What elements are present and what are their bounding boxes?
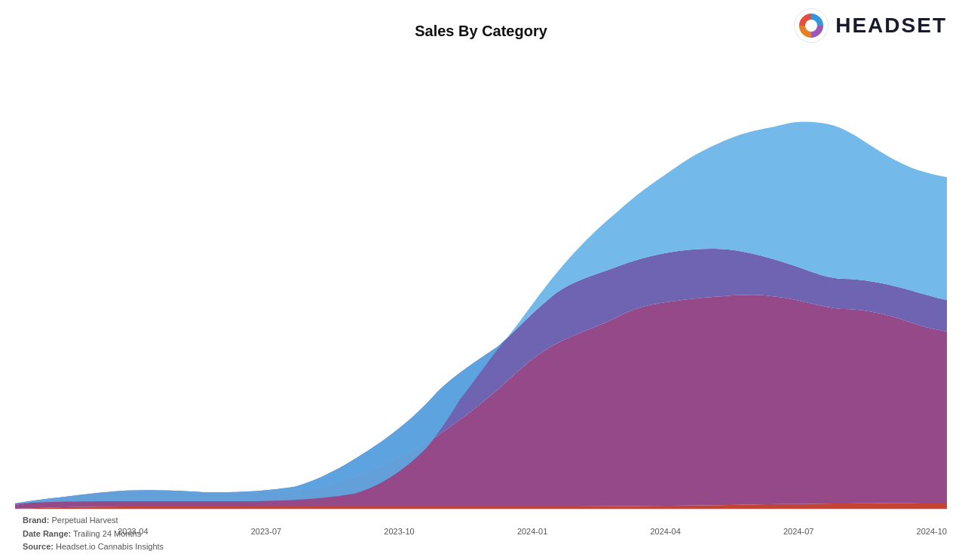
chart-svg bbox=[15, 49, 947, 515]
footer-source-value: Headset.io Cannabis Insights bbox=[56, 542, 164, 551]
footer-source-label: Source: bbox=[23, 542, 54, 551]
x-label-2: 2023-07 bbox=[251, 527, 281, 536]
logo-text: HEADSET bbox=[835, 14, 947, 38]
logo-area: HEADSET bbox=[793, 8, 947, 44]
footer-date-label: Date Range: bbox=[23, 529, 71, 538]
footer-date-value: Trailing 24 Months bbox=[73, 529, 141, 538]
footer-brand-label: Brand: bbox=[23, 516, 49, 525]
x-label-7: 2024-10 bbox=[917, 527, 947, 536]
footer-brand: Brand: Perpetual Harvest bbox=[23, 514, 164, 528]
x-label-6: 2024-07 bbox=[783, 527, 813, 536]
x-label-4: 2024-01 bbox=[517, 527, 547, 536]
footer-info: Brand: Perpetual Harvest Date Range: Tra… bbox=[23, 514, 164, 554]
headset-logo-icon bbox=[793, 8, 829, 44]
svg-point-1 bbox=[807, 21, 816, 31]
x-label-5: 2024-04 bbox=[650, 527, 680, 536]
footer-brand-value: Perpetual Harvest bbox=[52, 516, 118, 525]
footer-source: Source: Headset.io Cannabis Insights bbox=[23, 540, 164, 554]
footer-daterange: Date Range: Trailing 24 Months bbox=[23, 528, 164, 541]
x-label-3: 2023-10 bbox=[384, 527, 414, 536]
chart-title: Sales By Category bbox=[415, 23, 547, 40]
page-container: HEADSET Sales By Category Concentrates F… bbox=[0, 0, 962, 560]
chart-area bbox=[15, 49, 947, 515]
